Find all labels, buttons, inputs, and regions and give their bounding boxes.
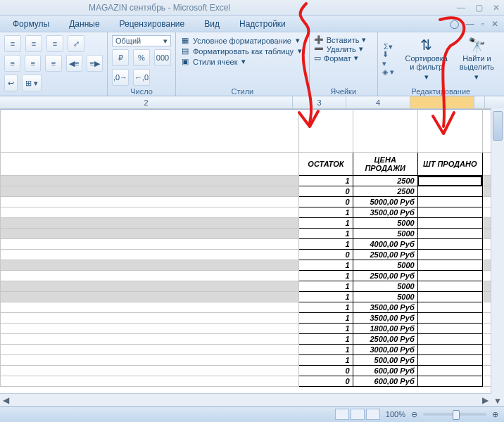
cell-ostatok[interactable]: 1	[299, 229, 353, 239]
scroll-thumb[interactable]	[493, 111, 503, 141]
table-row[interactable]: 0600,00 Руб	[1, 366, 492, 376]
table-row[interactable]: 13500,00 Руб	[1, 302, 492, 313]
close-button[interactable]: ✕	[493, 3, 500, 13]
cell-ostatok[interactable]: 1	[299, 281, 353, 292]
ribbon-close-button[interactable]: ✕	[491, 19, 498, 29]
cell-ostatok[interactable]: 1	[299, 207, 353, 218]
table-row[interactable]: 15000	[1, 281, 492, 292]
cell-ostatok[interactable]: 1	[299, 292, 353, 302]
cell-price[interactable]: 2500,00 Руб	[353, 334, 417, 345]
column-header-5[interactable]	[410, 96, 474, 109]
cell-styles-button[interactable]: ▣ Стили ячеек ▾	[180, 56, 305, 67]
cell-price[interactable]: 600,00 Руб	[353, 376, 417, 387]
table-row[interactable]: 12500,00 Руб	[1, 334, 492, 345]
zoom-slider[interactable]	[423, 413, 486, 416]
page-break-view-button[interactable]	[366, 409, 380, 420]
table-row[interactable]: 1500,00 Руб	[1, 355, 492, 366]
align-right-icon[interactable]: ≡	[45, 55, 61, 72]
cell-sold[interactable]	[417, 302, 482, 313]
column-header-3[interactable]: 3	[293, 96, 346, 109]
table-row[interactable]: 15000	[1, 218, 492, 229]
table-row[interactable]: 12500,00 Руб	[1, 271, 492, 281]
tab-review[interactable]: Рецензирование	[120, 19, 185, 29]
align-bottom-icon[interactable]: ≡	[46, 35, 63, 52]
cell-sold[interactable]	[417, 239, 482, 250]
cell-sold[interactable]	[417, 292, 482, 302]
currency-icon[interactable]: ₽	[112, 49, 129, 66]
vertical-scrollbar[interactable]: ▲ ▼	[491, 108, 504, 407]
cell-sold[interactable]	[417, 281, 482, 292]
scroll-left-icon[interactable]: ◀	[3, 395, 9, 405]
table-row[interactable]: 05000,00 Руб	[1, 197, 492, 207]
cell-sold[interactable]	[417, 218, 482, 229]
cell-sold[interactable]	[417, 366, 482, 376]
help-icon[interactable]: ◯	[450, 19, 459, 29]
cell-price[interactable]: 2500	[353, 176, 417, 186]
cell-sold[interactable]	[417, 355, 482, 366]
align-left-icon[interactable]: ≡	[4, 55, 20, 72]
header-sold[interactable]: ШТ ПРОДАНО	[417, 153, 482, 176]
ribbon-restore-button[interactable]: ▫	[481, 19, 484, 29]
decrease-indent-icon[interactable]: ◀≡	[66, 55, 82, 72]
cell-price[interactable]: 3500,00 Руб	[353, 302, 417, 313]
cell-price[interactable]: 4000,00 Руб	[353, 239, 417, 250]
table-row[interactable]: 15000	[1, 229, 492, 239]
find-select-button[interactable]: 🔭 Найти и выделить▾	[454, 35, 500, 83]
cell-ostatok[interactable]: 1	[299, 334, 353, 345]
cell-price[interactable]: 5000	[353, 229, 417, 239]
cell-sold[interactable]	[417, 376, 482, 387]
cell-price[interactable]: 5000	[353, 260, 417, 271]
format-cells-button[interactable]: ▭ Формат ▾	[314, 53, 373, 63]
cell-sold[interactable]	[417, 229, 482, 239]
format-as-table-button[interactable]: ▤ Форматировать как таблицу ▾	[180, 46, 305, 56]
table-row[interactable]: 15000	[1, 292, 492, 302]
tab-formulas[interactable]: Формулы	[13, 19, 49, 29]
cell-sold[interactable]	[417, 345, 482, 355]
cell-ostatok[interactable]: 0	[299, 197, 353, 207]
table-row[interactable]: 02500,00 Руб	[1, 250, 492, 260]
cell-price[interactable]: 2500,00 Руб	[353, 271, 417, 281]
table-row[interactable]: 0600,00 Руб	[1, 376, 492, 387]
cell-sold[interactable]	[417, 324, 482, 334]
cell-ostatok[interactable]: 1	[299, 260, 353, 271]
tab-data[interactable]: Данные	[69, 19, 99, 29]
cell-ostatok[interactable]: 0	[299, 366, 353, 376]
maximize-button[interactable]: ▢	[475, 3, 483, 13]
cell-price[interactable]: 500,00 Руб	[353, 355, 417, 366]
table-row[interactable]: 13500,00 Руб	[1, 207, 492, 218]
cell-ostatok[interactable]: 1	[299, 271, 353, 281]
scroll-down-icon[interactable]: ▼	[491, 395, 504, 407]
scroll-right-icon[interactable]: ▶	[482, 395, 489, 405]
zoom-level[interactable]: 100%	[386, 410, 405, 418]
wrap-text-icon[interactable]: ↩	[4, 75, 18, 91]
percent-icon[interactable]: %	[133, 49, 150, 66]
orientation-icon[interactable]: ⤢	[68, 35, 84, 52]
sort-filter-button[interactable]: ⇅ Сортировка и фильтр▾	[401, 35, 453, 83]
align-center-icon[interactable]: ≡	[25, 55, 41, 72]
column-header-4[interactable]: 4	[346, 96, 410, 109]
cell-ostatok[interactable]: 1	[299, 239, 353, 250]
table-row[interactable]: 13500,00 Руб	[1, 313, 492, 324]
table-row[interactable]: 02500	[1, 186, 492, 197]
cell-price[interactable]: 5000,00 Руб	[353, 197, 417, 207]
cell-sold[interactable]	[417, 334, 482, 345]
cell-price[interactable]: 3000,00 Руб	[353, 345, 417, 355]
cell-ostatok[interactable]: 1	[299, 324, 353, 334]
cell-price[interactable]: 5000	[353, 292, 417, 302]
table-row[interactable]: 13000,00 Руб	[1, 345, 492, 355]
cell-ostatok[interactable]: 0	[299, 376, 353, 387]
zoom-in-button[interactable]: ⊕	[492, 410, 498, 419]
cell-sold[interactable]	[417, 250, 482, 260]
cell-ostatok[interactable]: 0	[299, 250, 353, 260]
minimize-button[interactable]: —	[457, 3, 465, 13]
decrease-decimal-icon[interactable]: ←,0	[133, 69, 150, 86]
align-top-icon[interactable]: ≡	[4, 35, 21, 52]
cell-sold[interactable]	[417, 197, 482, 207]
cell-ostatok[interactable]: 1	[299, 345, 353, 355]
cell-ostatok[interactable]: 1	[299, 355, 353, 366]
conditional-formatting-button[interactable]: ▦ Условное форматирование ▾	[180, 35, 305, 46]
cell-price[interactable]: 600,00 Руб	[353, 366, 417, 376]
clear-button[interactable]: ◈ ▾	[382, 66, 395, 77]
cell-ostatok[interactable]: 0	[299, 186, 353, 197]
normal-view-button[interactable]	[335, 409, 349, 420]
